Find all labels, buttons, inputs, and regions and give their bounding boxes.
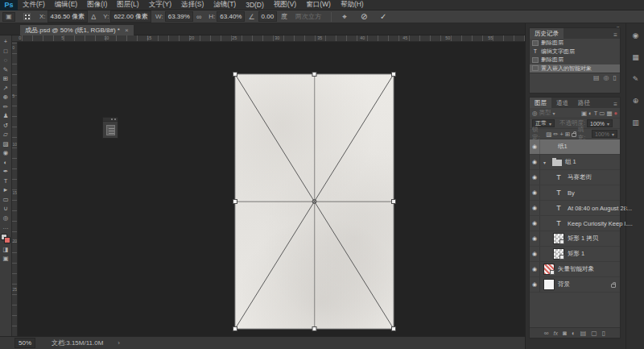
delete-state-icon[interactable]: ▯ [613, 74, 617, 81]
opacity-field[interactable]: 100% ▾ [587, 119, 613, 127]
angle-value-field[interactable]: 0.00 [258, 11, 278, 22]
shape-tool[interactable]: ▭ [1, 195, 11, 205]
layer-row-text[interactable]: ◉ T 马赛老街 [530, 170, 620, 185]
color-swatches[interactable] [1, 234, 10, 243]
layer-name[interactable]: 矩形 1 拷贝 [568, 235, 598, 243]
layer-row-vector-smart-object[interactable]: ◉ 矢量智能对象 [530, 262, 620, 277]
new-layer-icon[interactable]: ▢ [591, 330, 597, 337]
layer-thumbnail[interactable] [553, 233, 564, 244]
panel-icon-5[interactable]: ▥ [632, 118, 639, 127]
lock-transparent-icon[interactable]: ▨ [546, 131, 551, 138]
filter-adjustment-icon[interactable]: ◐ [588, 110, 592, 117]
spot-healing-tool[interactable]: ⊕ [1, 93, 11, 102]
brush-tool[interactable]: ✏ [1, 102, 11, 112]
link-layers-icon[interactable]: ∞ [544, 330, 549, 337]
dodge-tool[interactable]: ◐ [1, 158, 11, 168]
lock-artboard-icon[interactable]: ⊞ [565, 131, 570, 138]
layer-name[interactable]: Keep Curiosity Keep L... [568, 220, 633, 227]
layer-name[interactable]: 矩形 1 [568, 250, 584, 258]
add-mask-icon[interactable]: ◙ [563, 330, 567, 337]
menu-filter[interactable]: 滤镜(T) [208, 0, 241, 10]
panel-icon-2[interactable]: ▦ [632, 53, 639, 61]
filter-type-label[interactable]: 类型 [539, 109, 551, 117]
layer-style-icon[interactable]: fx [554, 330, 558, 336]
new-document-from-state-icon[interactable]: ▤ [593, 74, 600, 81]
x-value-field[interactable]: 436.50 像素 [47, 10, 89, 23]
reference-point-grid[interactable] [23, 13, 31, 20]
filter-shape-icon[interactable]: ▭ [599, 110, 605, 117]
menu-view[interactable]: 视图(V) [269, 0, 301, 10]
placed-image[interactable] [235, 74, 394, 329]
interpolation-dropdown[interactable]: 两次立方 [295, 12, 321, 21]
background-color-swatch[interactable] [4, 237, 10, 243]
layer-name[interactable]: 马赛老街 [568, 173, 592, 181]
visibility-eye-icon[interactable]: ◉ [530, 139, 540, 154]
tab-layers[interactable]: 图层 [530, 98, 551, 108]
visibility-eye-icon[interactable]: ◉ [530, 216, 540, 231]
visibility-eye-icon[interactable]: ◉ [530, 155, 540, 169]
ps-logo[interactable]: Ps [0, 0, 18, 10]
cancel-transform-icon[interactable]: ⊘ [357, 12, 370, 22]
filter-smart-object-icon[interactable]: ▦ [606, 110, 612, 117]
visibility-eye-icon[interactable]: ◉ [530, 247, 540, 261]
filter-pixel-icon[interactable]: ▣ [581, 110, 587, 117]
move-tool[interactable]: + [1, 37, 11, 47]
panel-icon-4[interactable]: ⊕ [633, 97, 639, 105]
tab-channels[interactable]: 通道 [551, 98, 573, 108]
tool-preset-icon[interactable]: ▣ [2, 12, 15, 22]
delete-layer-icon[interactable]: ▯ [602, 330, 605, 337]
chevron-down-icon[interactable]: ▾ [553, 110, 555, 116]
tab-close-icon[interactable]: × [125, 27, 129, 34]
menu-help[interactable]: 帮助(H) [336, 0, 369, 10]
pen-tool[interactable]: ✒ [1, 167, 11, 177]
menu-select[interactable]: 选择(S) [176, 0, 208, 10]
lock-all-icon[interactable] [572, 133, 576, 137]
eraser-tool[interactable]: ▱ [1, 130, 11, 139]
tab-history[interactable]: 历史记录 [530, 28, 564, 39]
hand-tool[interactable]: ∪ [1, 204, 11, 214]
layer-name[interactable]: 矢量智能对象 [558, 265, 594, 273]
type-tool[interactable]: T [1, 177, 11, 186]
menu-image[interactable]: 图像(I) [82, 0, 112, 10]
history-brush-tool[interactable]: ↺ [1, 121, 11, 131]
width-value-field[interactable]: 63.39% [165, 11, 193, 22]
fill-field[interactable]: 100% ▾ [592, 130, 617, 138]
layer-row-text[interactable]: ◉ T Keep Curiosity Keep L... [530, 216, 620, 231]
visibility-eye-icon[interactable]: ◉ [530, 231, 540, 246]
history-item[interactable]: T 编辑文字图层 [530, 48, 620, 56]
menu-file[interactable]: 文件(F) [18, 0, 50, 10]
history-item-selected[interactable]: 置入嵌入的智能对象 [530, 64, 620, 73]
commit-transform-icon[interactable]: ✓ [377, 12, 390, 22]
warp-mode-toggle-icon[interactable]: ⌖ [338, 12, 351, 22]
group-expand-icon[interactable]: ▾ [543, 160, 549, 165]
zoom-tool[interactable]: ◎ [1, 214, 11, 223]
visibility-eye-icon[interactable]: ◉ [530, 185, 540, 200]
history-panel-menu-icon[interactable]: ≡ [611, 31, 620, 39]
panel-icon-3[interactable]: ✎ [633, 75, 639, 83]
gradient-tool[interactable]: ▨ [1, 139, 11, 149]
menu-window[interactable]: 窗口(W) [301, 0, 336, 10]
adjustment-layer-icon[interactable]: ◐ [572, 330, 576, 337]
layer-row-group[interactable]: ◉ ▾ 组 1 [530, 155, 620, 170]
path-select-tool[interactable]: ► [1, 185, 11, 195]
layer-name[interactable]: 背景 [558, 280, 570, 289]
history-item[interactable]: 删除图层 [530, 56, 620, 64]
y-value-field[interactable]: 622.00 像素 [110, 10, 151, 23]
layer-name[interactable]: 纸1 [558, 143, 568, 151]
layer-row-text[interactable]: ◉ T At 08:40 on August 28... [530, 201, 620, 216]
document-tab[interactable]: 成品.psd @ 50% (纸1, RGB/8#) * × [19, 24, 134, 35]
layers-panel-menu-icon[interactable]: ≡ [611, 101, 620, 108]
filter-type-icon[interactable]: T [594, 110, 598, 117]
new-group-icon[interactable]: ▤ [580, 330, 587, 337]
layer-thumbnail[interactable] [543, 264, 555, 275]
clone-stamp-tool[interactable]: ♟ [1, 111, 11, 121]
layer-name[interactable]: At 08:40 on August 28... [568, 205, 632, 212]
layer-thumbnail[interactable] [543, 279, 555, 290]
new-snapshot-icon[interactable]: ◎ [604, 74, 609, 81]
history-item[interactable]: 删除图层 [530, 39, 620, 48]
maintain-aspect-icon[interactable]: ∞ [196, 13, 201, 21]
toolbar-ellipsis[interactable]: … [1, 222, 11, 232]
tab-paths[interactable]: 路径 [573, 98, 595, 108]
layer-row-shape[interactable]: ◉ 矩形 1 [530, 247, 620, 262]
layer-row-shape[interactable]: ◉ 矩形 1 拷贝 [530, 231, 620, 247]
